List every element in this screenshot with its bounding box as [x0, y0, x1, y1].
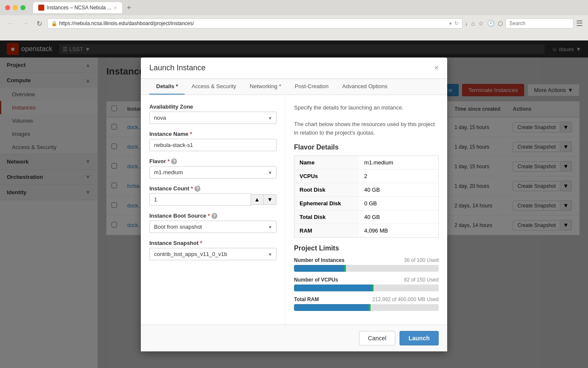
- flavor-details-title: Flavor Details: [294, 144, 439, 151]
- availability-zone-select[interactable]: nova: [149, 112, 277, 124]
- instance-count-label: Instance Count * ?: [149, 185, 277, 192]
- modal-footer: Cancel Launch: [141, 325, 447, 351]
- flavor-row: VCPUs2: [294, 170, 439, 183]
- url-text: https://nebula.ncsa.illinois.edu/dashboa…: [59, 20, 447, 26]
- cancel-button[interactable]: Cancel: [359, 331, 396, 345]
- maximize-window-btn[interactable]: [20, 5, 26, 10]
- tab-networking[interactable]: Networking *: [243, 79, 288, 95]
- instance-count-group: Instance Count * ? ▲ ▼: [149, 185, 277, 206]
- url-bar[interactable]: 🔒 https://nebula.ncsa.illinois.edu/dashb…: [47, 18, 462, 29]
- instance-name-input[interactable]: [149, 139, 277, 151]
- browser-chrome: Instances – NCSA Nebula ... × + ← → ↻ 🔒 …: [0, 0, 588, 40]
- modal-close-button[interactable]: ×: [434, 63, 439, 72]
- flavor-value: 2: [359, 170, 438, 183]
- url-reload-icon[interactable]: ↻: [454, 20, 459, 26]
- download-icon[interactable]: ↓: [465, 20, 468, 27]
- modal-overlay: Launch Instance × Details * Access & Sec…: [0, 40, 588, 368]
- launch-instance-modal: Launch Instance × Details * Access & Sec…: [141, 58, 447, 351]
- progress-bar: [294, 304, 439, 311]
- flavor-value: 40 GB: [359, 183, 438, 197]
- boot-source-select[interactable]: Boot from snapshot: [149, 221, 277, 233]
- instance-name-label: Instance Name *: [149, 131, 277, 137]
- flavor-select[interactable]: m1.medium: [149, 166, 277, 178]
- limit-used: 36 of 100 Used: [404, 257, 439, 263]
- modal-form: Availability Zone nova Instance Name *: [141, 95, 285, 325]
- launch-button[interactable]: Launch: [400, 331, 439, 345]
- limit-header: Number of VCPUs 82 of 150 Used: [294, 277, 439, 283]
- flavor-required: *: [168, 158, 170, 164]
- flavor-value: 0 GB: [359, 197, 438, 210]
- instance-snapshot-group: Instance Snapshot * contrib_lsst_apps_v1…: [149, 240, 277, 260]
- browser-titlebar: Instances – NCSA Nebula ... × +: [0, 0, 588, 15]
- boot-source-select-wrapper: Boot from snapshot: [149, 221, 277, 233]
- flavor-help-icon[interactable]: ?: [171, 158, 177, 164]
- tab-title: Instances – NCSA Nebula ...: [47, 5, 111, 11]
- instance-count-up-btn[interactable]: ▲: [251, 194, 264, 205]
- back-btn[interactable]: ←: [5, 19, 17, 28]
- browser-tab[interactable]: Instances – NCSA Nebula ... ×: [33, 2, 122, 13]
- flavor-row: Root Disk40 GB: [294, 183, 439, 197]
- limit-header: Total RAM 212,992 of 400,000 MB Used: [294, 296, 439, 302]
- history-icon[interactable]: 🕐: [487, 20, 494, 27]
- close-window-btn[interactable]: [5, 5, 10, 10]
- flavor-value: 40 GB: [359, 210, 438, 224]
- flavor-row: RAM4,096 MB: [294, 224, 439, 238]
- limit-item: Total RAM 212,992 of 400,000 MB Used: [294, 296, 439, 311]
- instance-snapshot-label: Instance Snapshot *: [149, 240, 277, 246]
- flavor-row: Total Disk40 GB: [294, 210, 439, 224]
- new-tab-icon[interactable]: +: [127, 4, 131, 12]
- progress-fill: [294, 304, 371, 311]
- project-limits-title: Project Limits: [294, 244, 439, 252]
- browser-nav-icons: ↓ ⌂ ☆ 🕐 ⬡: [465, 20, 503, 27]
- instance-count-down-btn[interactable]: ▼: [264, 194, 277, 205]
- instance-count-stepper: ▲ ▼: [149, 193, 277, 206]
- limit-used: 212,992 of 400,000 MB Used: [372, 296, 439, 302]
- tab-advanced-options[interactable]: Advanced Options: [335, 79, 394, 95]
- browser-search-input[interactable]: [505, 18, 574, 29]
- modal-title: Launch Instance: [149, 63, 206, 72]
- instance-snapshot-required: *: [200, 240, 202, 246]
- tab-close-icon[interactable]: ×: [114, 5, 117, 10]
- modal-info-panel: Specify the details for launching an ins…: [285, 95, 447, 325]
- limit-item: Number of Instances 36 of 100 Used: [294, 257, 439, 272]
- instance-count-help-icon[interactable]: ?: [194, 186, 200, 192]
- browser-menu-icon[interactable]: ☰: [576, 19, 583, 28]
- flavor-row: Namem1.medium: [294, 156, 439, 170]
- flavor-value: m1.medium: [359, 156, 438, 170]
- boot-source-group: Instance Boot Source * ? Boot from snaps…: [149, 213, 277, 233]
- pocket-icon[interactable]: ⬡: [498, 20, 503, 27]
- description-line2: The chart below shows the resources used…: [294, 121, 435, 136]
- limit-item: Number of VCPUs 82 of 150 Used: [294, 277, 439, 291]
- progress-fill: [294, 265, 346, 272]
- boot-source-required: *: [208, 213, 210, 219]
- modal-header: Launch Instance ×: [141, 58, 447, 79]
- bookmark-icon[interactable]: ☆: [478, 20, 484, 27]
- snapshot-select-wrapper: contrib_lsst_apps_v11_0_v1b: [149, 248, 277, 260]
- boot-source-label: Instance Boot Source * ?: [149, 213, 277, 219]
- refresh-btn[interactable]: ↻: [34, 19, 45, 29]
- tab-post-creation[interactable]: Post-Creation: [288, 79, 335, 95]
- availability-zone-group: Availability Zone nova: [149, 104, 277, 124]
- minimize-window-btn[interactable]: [13, 5, 18, 10]
- lock-icon: 🔒: [51, 20, 57, 26]
- limit-label: Number of Instances: [294, 257, 345, 263]
- flavor-group: Flavor * ? m1.medium: [149, 158, 277, 178]
- boot-source-help-icon[interactable]: ?: [211, 213, 217, 219]
- instance-name-group: Instance Name *: [149, 131, 277, 151]
- forward-btn[interactable]: →: [20, 19, 31, 28]
- tab-details[interactable]: Details *: [149, 79, 185, 95]
- project-limits: Number of Instances 36 of 100 Used Numbe…: [294, 257, 439, 311]
- home-icon[interactable]: ⌂: [471, 20, 475, 27]
- tab-access-security[interactable]: Access & Security: [185, 79, 243, 95]
- progress-bar: [294, 285, 439, 291]
- flavor-key: Total Disk: [294, 210, 360, 224]
- instance-count-required: *: [191, 185, 193, 192]
- flavor-row: Ephemeral Disk0 GB: [294, 197, 439, 210]
- modal-tabs: Details * Access & Security Networking *…: [141, 79, 447, 95]
- instance-snapshot-label-text: Instance Snapshot: [149, 240, 199, 246]
- flavor-key: Name: [294, 156, 360, 170]
- snapshot-select[interactable]: contrib_lsst_apps_v11_0_v1b: [149, 248, 277, 260]
- instance-count-input[interactable]: [149, 193, 251, 206]
- availability-zone-select-wrapper: nova: [149, 112, 277, 124]
- progress-bar: [294, 265, 439, 272]
